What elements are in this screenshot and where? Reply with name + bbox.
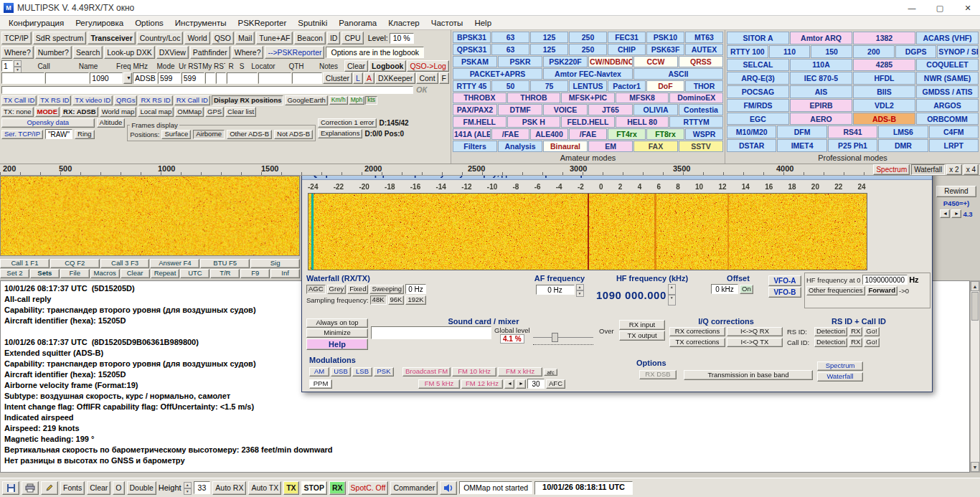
position-filter-button[interactable]: Not ADS-B bbox=[274, 130, 313, 139]
freq-input[interactable]: 1090 bbox=[90, 72, 123, 84]
search-row-button[interactable]: Search bbox=[73, 46, 103, 59]
stop-button[interactable]: STOP bbox=[301, 481, 327, 495]
mode-control-button[interactable]: Local map bbox=[138, 107, 174, 117]
mode-button[interactable]: ARGOS bbox=[916, 99, 979, 112]
mode-button[interactable]: ARQ-E(3) bbox=[727, 72, 789, 85]
mode-button[interactable]: CCW bbox=[633, 56, 678, 67]
mode-button[interactable]: FEC31 bbox=[608, 32, 646, 43]
mode-button[interactable]: 110A bbox=[790, 59, 852, 72]
mode-button[interactable]: SSTV bbox=[679, 141, 723, 152]
toolbar-button[interactable]: ID bbox=[327, 32, 341, 44]
help-button[interactable]: Help bbox=[306, 339, 368, 350]
correction-button[interactable]: TX corrections bbox=[669, 338, 725, 347]
search-row-button[interactable]: DXView bbox=[156, 46, 189, 59]
mode-button[interactable]: 125 bbox=[530, 32, 568, 43]
mode-button[interactable]: THROB bbox=[507, 93, 561, 104]
ppm-button[interactable]: PPM bbox=[309, 379, 332, 389]
macro-button[interactable]: Clear bbox=[121, 269, 150, 278]
mode-button[interactable]: EM bbox=[588, 141, 633, 152]
mode-button[interactable]: BIIS bbox=[853, 85, 915, 98]
mode-button[interactable]: FELD.HELL bbox=[561, 116, 615, 128]
mode-button[interactable]: SITOR A bbox=[727, 32, 789, 44]
frequency-scale[interactable]: 2005001000150020002500300035004000 Spect… bbox=[0, 164, 980, 176]
id-control-button[interactable]: TX video ID bbox=[72, 95, 113, 105]
toolbar-button[interactable]: Transceiver bbox=[88, 32, 135, 44]
vfo-button[interactable]: VFO-A bbox=[768, 275, 801, 286]
mode-button[interactable]: CW/NDB/NCDXF bbox=[588, 56, 633, 67]
strip-arrow-button[interactable]: ◄ bbox=[940, 209, 950, 218]
fonts-button[interactable]: Fonts bbox=[60, 481, 85, 495]
mode-button[interactable]: ASCII bbox=[633, 68, 723, 80]
mode-button[interactable]: Pactor1 bbox=[608, 80, 646, 92]
sampling-option-button[interactable]: 48K bbox=[370, 295, 387, 305]
always-on-top-button[interactable]: Always on top bbox=[306, 318, 368, 328]
correction-button[interactable]: Correction 1 error bbox=[318, 118, 377, 128]
mode-button[interactable]: FT4rx bbox=[608, 128, 646, 140]
mode-button[interactable]: PAX/PAX2 bbox=[453, 104, 497, 115]
mode-button[interactable]: DGPS bbox=[895, 45, 937, 58]
toolbar-button[interactable]: QSO bbox=[212, 32, 234, 44]
unit-button[interactable]: kts bbox=[365, 96, 377, 105]
right-arrow-icon[interactable]: ► bbox=[516, 379, 526, 389]
mode-button[interactable]: 125 bbox=[530, 44, 568, 55]
mode-button[interactable]: ADS-B bbox=[853, 113, 915, 126]
mode-button[interactable]: HELL 80 bbox=[616, 116, 669, 128]
vfo-button[interactable]: VFO-B bbox=[768, 287, 801, 298]
unit-button[interactable]: Mph bbox=[349, 96, 365, 105]
mode-button[interactable]: /FAE bbox=[569, 128, 607, 140]
scrollbar-thumb[interactable] bbox=[971, 292, 979, 321]
mode-button[interactable]: PSK10 bbox=[646, 32, 684, 43]
mode-button[interactable]: MT63 bbox=[685, 32, 723, 43]
locator-input[interactable] bbox=[227, 72, 258, 84]
mode-button[interactable]: PSKAM bbox=[453, 56, 497, 67]
display-mode-button[interactable]: x 4 bbox=[963, 164, 979, 175]
strip-arrow-button[interactable]: ► bbox=[951, 209, 961, 218]
af-frequency-value[interactable]: 0 Hz bbox=[536, 285, 575, 295]
mode-button[interactable]: AIS bbox=[790, 85, 852, 98]
detection-button[interactable]: Detection bbox=[814, 338, 847, 347]
mode-button[interactable]: 75 bbox=[530, 80, 568, 92]
toolbar-button[interactable]: Country/Loc bbox=[137, 32, 184, 44]
mode-button[interactable]: LENTUS bbox=[569, 80, 607, 92]
sampling-option-button[interactable]: 192K bbox=[405, 295, 425, 305]
minimize-button[interactable]: — bbox=[900, 0, 924, 16]
spinner-down-icon[interactable]: ▼ bbox=[184, 488, 192, 495]
rx-waterfall[interactable] bbox=[0, 176, 300, 256]
mode-control-button[interactable]: Clear list bbox=[225, 107, 256, 117]
scroll-up-icon[interactable]: ▲ bbox=[971, 281, 979, 291]
mode-button[interactable]: 1382 bbox=[853, 32, 915, 44]
fm-mode-button[interactable]: FM 12 kHz bbox=[461, 379, 503, 389]
mode-button[interactable]: /FAE bbox=[491, 128, 529, 140]
maximize-button[interactable]: ▢ bbox=[928, 0, 952, 16]
macro-button[interactable]: File bbox=[60, 269, 90, 278]
rx-button[interactable]: RX bbox=[329, 481, 346, 495]
mode-button[interactable]: RTTY 100 bbox=[727, 45, 768, 58]
minimize-dialog-button[interactable]: Minimize bbox=[306, 328, 368, 338]
menu-item[interactable]: Panorama bbox=[333, 18, 382, 28]
mode-button[interactable]: SELCAL bbox=[727, 59, 789, 72]
commander-button[interactable]: Commander bbox=[390, 481, 438, 495]
menu-item[interactable]: Инструменты bbox=[169, 18, 232, 28]
mode-button[interactable]: PSKR bbox=[498, 56, 542, 67]
mode-control-button[interactable]: GPS bbox=[205, 107, 224, 117]
search-row-button[interactable]: Where? bbox=[232, 46, 264, 59]
mode-button[interactable]: ORBCOMM bbox=[916, 113, 979, 126]
fm-mode-button[interactable]: FM x kHz bbox=[498, 367, 542, 377]
id-control-button[interactable]: TX RS ID bbox=[38, 95, 71, 105]
mode-button[interactable]: MFSK+PIC bbox=[561, 93, 615, 104]
toolbar-button[interactable]: CPU bbox=[341, 32, 363, 44]
mode-button[interactable]: 150 bbox=[811, 45, 852, 58]
mode-button[interactable]: 63 bbox=[491, 32, 529, 43]
id-control-button[interactable]: QRGs bbox=[114, 95, 137, 105]
mode-button[interactable]: P25 Ph1 bbox=[828, 139, 877, 152]
id-control-button[interactable]: TX Call ID bbox=[1, 95, 37, 105]
mode-button[interactable]: Contestia bbox=[679, 104, 723, 115]
macro-button[interactable]: CQ F2 bbox=[50, 259, 100, 268]
mode-button[interactable]: AUTEX bbox=[685, 44, 723, 55]
mode-button[interactable]: 63 bbox=[491, 44, 529, 55]
search-row-button[interactable]: -->PSKReporter bbox=[265, 46, 324, 59]
mode-button[interactable]: DFM bbox=[777, 126, 826, 138]
tx-button[interactable]: TX bbox=[283, 481, 298, 495]
fm-mode-button[interactable]: FM 10 kHz bbox=[452, 367, 496, 377]
height-spinner[interactable]: ▲▼ bbox=[184, 482, 192, 493]
